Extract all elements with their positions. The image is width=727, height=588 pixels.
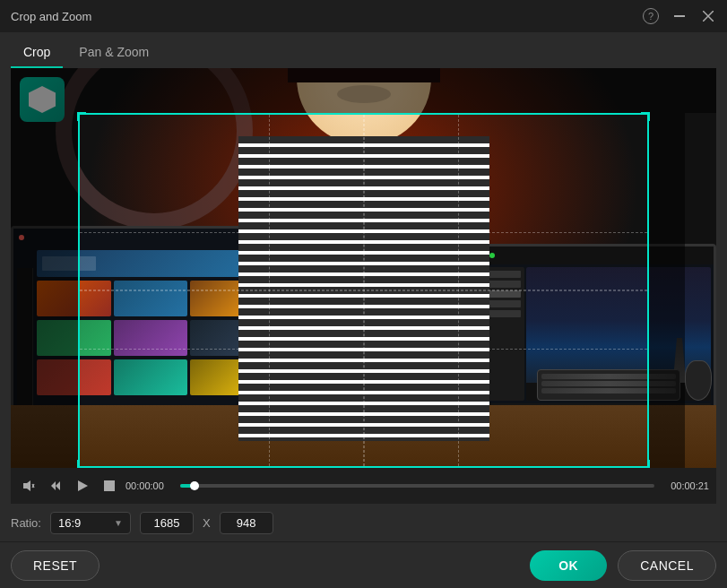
width-input[interactable]: [140, 512, 194, 534]
ratio-bar: Ratio: 16:9 ▼ X: [11, 504, 716, 541]
close-button[interactable]: [700, 8, 716, 24]
ok-button[interactable]: OK: [530, 550, 607, 581]
title-bar-left: Crop and Zoom: [11, 10, 91, 23]
prev-frame-button[interactable]: [45, 475, 66, 497]
stop-button[interactable]: [99, 475, 120, 497]
mask-right: [649, 113, 685, 468]
ratio-select[interactable]: 16:9 ▼: [50, 512, 131, 534]
dropdown-arrow-icon: ▼: [114, 518, 123, 528]
crop-handle-top-left[interactable]: [77, 112, 86, 121]
reset-button[interactable]: RESET: [11, 550, 100, 581]
grid-line-h2: [80, 349, 647, 350]
svg-marker-6: [51, 481, 56, 490]
crop-border[interactable]: [78, 113, 649, 468]
time-total: 00:00:21: [660, 480, 709, 491]
tab-bar: Crop Pan & Zoom: [0, 32, 727, 68]
crop-and-zoom-window: Crop and Zoom ? Crop Pan & Zoom: [0, 0, 727, 588]
mute-button[interactable]: [18, 475, 39, 497]
height-input[interactable]: [220, 512, 273, 534]
time-current: 00:00:00: [125, 480, 175, 491]
title-bar-controls: ?: [643, 8, 716, 24]
grid-line-h1: [80, 232, 647, 233]
ratio-label: Ratio:: [11, 516, 41, 530]
svg-marker-8: [78, 480, 88, 491]
minimize-button[interactable]: [671, 8, 688, 24]
video-scene: [11, 68, 716, 468]
grid-line-v2: [458, 115, 459, 466]
mask-top: [11, 68, 716, 113]
ratio-value: 16:9: [58, 516, 81, 530]
cancel-button[interactable]: CANCEL: [618, 550, 716, 581]
video-preview: [11, 68, 716, 468]
tab-pan-zoom[interactable]: Pan & Zoom: [66, 39, 161, 68]
crop-handle-bottom-left[interactable]: [77, 460, 86, 468]
footer: RESET OK CANCEL: [0, 541, 727, 588]
progress-knob[interactable]: [190, 481, 199, 490]
svg-rect-9: [104, 480, 115, 491]
help-button[interactable]: ?: [643, 8, 659, 24]
crosshair-vertical: [363, 115, 364, 466]
grid-line-v1: [269, 115, 270, 466]
footer-right: OK CANCEL: [530, 550, 716, 581]
dimension-x-separator: X: [203, 516, 211, 530]
crop-overlay[interactable]: [11, 68, 716, 468]
play-button[interactable]: [72, 475, 93, 497]
mask-left: [11, 113, 78, 468]
playback-bar: 00:00:00 00:00:21: [11, 468, 716, 504]
title-bar: Crop and Zoom ?: [0, 0, 727, 32]
progress-bar[interactable]: [180, 484, 654, 488]
window-title: Crop and Zoom: [11, 10, 91, 23]
svg-rect-0: [674, 15, 685, 17]
crosshair-horizontal: [80, 290, 647, 291]
tab-crop[interactable]: Crop: [11, 39, 63, 68]
svg-marker-3: [23, 480, 30, 491]
svg-marker-7: [56, 481, 60, 490]
